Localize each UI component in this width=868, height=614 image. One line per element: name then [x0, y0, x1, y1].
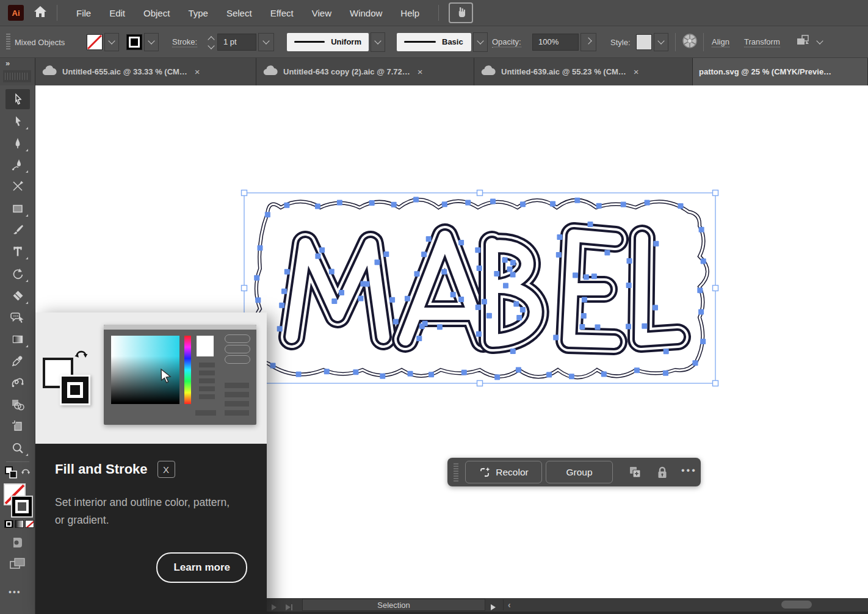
anchor-point[interactable] [588, 222, 593, 227]
group-button[interactable]: Group [546, 461, 613, 483]
rotate-tool[interactable] [5, 264, 30, 284]
document-tab-active[interactable]: patton.svg @ 25 % (CMYK/Previe… [693, 58, 868, 85]
gradient-tool[interactable] [5, 329, 30, 349]
chevron-down-icon[interactable] [816, 37, 823, 44]
anchor-point[interactable] [693, 360, 698, 366]
anchor-point[interactable] [582, 297, 587, 303]
width-profile-dropdown[interactable]: Uniform [287, 32, 385, 52]
anchor-point[interactable] [569, 374, 574, 379]
anchor-point[interactable] [477, 265, 482, 271]
anchor-point[interactable] [380, 374, 385, 379]
collapse-panel-button[interactable]: » [5, 59, 10, 68]
illustrator-logo[interactable]: Ai [8, 5, 24, 21]
bbox-handle[interactable] [713, 286, 718, 291]
anchor-point[interactable] [520, 307, 526, 312]
anchor-point[interactable] [383, 251, 389, 257]
anchor-point[interactable] [315, 253, 320, 259]
last-artboard-icon[interactable] [286, 602, 292, 613]
stroke-color-dropdown[interactable] [126, 33, 159, 51]
duplicate-icon[interactable] [627, 465, 642, 480]
anchor-point[interactable] [441, 269, 447, 275]
anchor-point[interactable] [416, 336, 422, 341]
anchor-point[interactable] [413, 197, 419, 203]
next-artboard-icon[interactable] [491, 602, 496, 613]
anchor-point[interactable] [503, 283, 508, 289]
anchor-point[interactable] [627, 258, 632, 264]
anchor-point[interactable] [699, 227, 704, 233]
anchor-point[interactable] [513, 302, 519, 307]
anchor-point[interactable] [516, 367, 521, 372]
anchor-point[interactable] [579, 324, 585, 330]
anchor-point[interactable] [465, 200, 471, 206]
anchor-point[interactable] [458, 240, 464, 245]
eraser-tool[interactable] [5, 286, 30, 306]
anchor-point[interactable] [601, 372, 607, 377]
bbox-handle[interactable] [477, 190, 483, 196]
anchor-point[interactable] [476, 331, 482, 337]
transform-panel-link[interactable]: Transform [744, 37, 780, 47]
anchor-point[interactable] [678, 203, 684, 209]
anchor-point[interactable] [507, 266, 513, 272]
fill-color-dropdown[interactable] [87, 33, 119, 51]
menu-window[interactable]: Window [341, 0, 391, 26]
anchor-point[interactable] [279, 303, 284, 308]
swap-fill-stroke-icon[interactable] [21, 466, 32, 479]
anchor-point[interactable] [284, 269, 290, 275]
lock-icon[interactable] [656, 465, 669, 480]
arrange-dropdown[interactable] [795, 34, 822, 51]
anchor-point[interactable] [405, 296, 410, 302]
document-tab[interactable]: Untitled-643 copy (2).aic @ 7.72… × [256, 58, 474, 85]
anchor-point[interactable] [642, 323, 647, 329]
anchor-point[interactable] [482, 299, 487, 305]
anchor-point[interactable] [664, 349, 669, 354]
opacity-panel-link[interactable]: Opacity: [492, 37, 521, 47]
anchor-point[interactable] [391, 202, 397, 208]
anchor-point[interactable] [329, 269, 335, 275]
home-button[interactable] [34, 5, 47, 20]
eyedropper-tool[interactable] [5, 350, 30, 370]
recolor-button[interactable]: Recolor [465, 461, 542, 483]
anchor-point[interactable] [591, 273, 597, 279]
type-tool[interactable] [5, 241, 30, 261]
anchor-point[interactable] [429, 372, 434, 377]
shape-builder-tool[interactable] [5, 394, 30, 414]
bbox-handle[interactable] [713, 190, 718, 196]
anchor-point[interactable] [331, 298, 337, 304]
pen-tool[interactable] [5, 133, 30, 153]
anchor-point[interactable] [494, 271, 499, 276]
anchor-point[interactable] [337, 200, 342, 206]
anchor-point[interactable] [265, 212, 270, 217]
screen-mode-button[interactable] [9, 557, 26, 572]
anchor-point[interactable] [426, 236, 432, 242]
document-tab[interactable]: Untitled-655.aic @ 33.33 % (CM… × [35, 58, 256, 85]
anchor-point[interactable] [458, 297, 464, 302]
anchor-point[interactable] [574, 198, 580, 203]
drawing-modes-button[interactable] [10, 536, 25, 552]
chevron-down-icon[interactable] [473, 32, 488, 52]
anchor-point[interactable] [414, 271, 420, 276]
anchor-point[interactable] [284, 203, 289, 208]
anchor-point[interactable] [277, 326, 283, 331]
style-swatch[interactable] [636, 34, 652, 50]
anchor-point[interactable] [645, 200, 650, 206]
anchor-point[interactable] [442, 201, 447, 207]
rectangle-tool[interactable] [5, 198, 30, 219]
anchor-point[interactable] [281, 289, 287, 294]
anchor-point[interactable] [358, 296, 363, 302]
anchor-point[interactable] [419, 323, 425, 329]
anchor-point[interactable] [408, 371, 413, 377]
bbox-handle[interactable] [242, 286, 247, 291]
anchor-point[interactable] [324, 369, 330, 374]
chevron-right-icon[interactable] [580, 33, 596, 51]
anchor-point[interactable] [516, 315, 522, 320]
anchor-point[interactable] [255, 297, 261, 303]
horizontal-scrollbar-thumb[interactable] [781, 601, 812, 609]
selection-tool[interactable] [5, 89, 30, 109]
menu-type[interactable]: Type [179, 0, 217, 26]
anchor-point[interactable] [698, 309, 704, 314]
anchor-point[interactable] [653, 305, 658, 310]
color-fill-button[interactable] [4, 520, 13, 528]
shaper-tool[interactable] [5, 176, 30, 196]
stroke-swatch-active[interactable] [11, 496, 33, 518]
anchor-point[interactable] [626, 324, 631, 330]
